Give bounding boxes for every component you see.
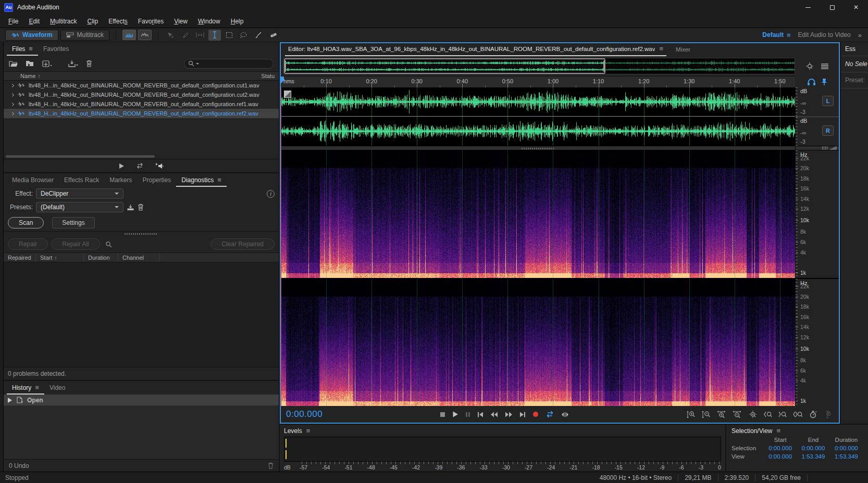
reset-zoom-button[interactable] xyxy=(809,411,817,418)
ruler-splitter[interactable] xyxy=(796,146,839,150)
file-row[interactable]: ltv48_H...in_48kHz_out_BINAURAL_ROOM_REV… xyxy=(4,109,279,118)
record-button[interactable] xyxy=(532,411,539,417)
gain-hud-icon[interactable] xyxy=(284,91,291,98)
playhead-line[interactable] xyxy=(281,87,281,406)
auto-play-button[interactable] xyxy=(155,162,164,169)
skip-selection-button[interactable] xyxy=(561,412,569,417)
repair-all-button[interactable]: Repair All xyxy=(51,238,100,250)
move-tool-button[interactable] xyxy=(165,30,177,41)
file-row[interactable]: ltv48_H...in_48kHz_out_BINAURAL_ROOM_REV… xyxy=(4,90,279,99)
info-icon-button[interactable]: i xyxy=(267,190,275,198)
razor-tool-button[interactable] xyxy=(179,30,192,41)
level-bars-icon[interactable] xyxy=(829,146,837,150)
tab-favorites[interactable]: Favorites xyxy=(38,43,74,56)
list-view-icon[interactable] xyxy=(821,63,829,70)
pin-icon[interactable] xyxy=(821,78,827,86)
overview-view-selection[interactable] xyxy=(284,58,605,74)
zoom-navigate-button[interactable] xyxy=(748,410,758,418)
minimize-button[interactable] xyxy=(796,0,820,15)
editor-canvas-area[interactable] xyxy=(281,87,795,406)
menu-effects[interactable]: Effects xyxy=(103,16,133,27)
settings-button[interactable]: Settings xyxy=(52,217,94,228)
levels-panel-menu-icon[interactable]: ≡ xyxy=(306,427,311,435)
essential-sound-tab[interactable]: Ess xyxy=(841,42,868,56)
tab-properties[interactable]: Properties xyxy=(138,174,177,187)
stop-button[interactable] xyxy=(440,412,445,417)
preview-play-button[interactable] xyxy=(119,163,125,169)
presets-dropdown[interactable]: (Default) xyxy=(36,202,123,212)
delete-preset-button[interactable] xyxy=(138,204,144,211)
effect-dropdown[interactable]: DeClipper xyxy=(36,188,123,199)
tab-editor[interactable]: Editor: ltv48_HOA3.wav_SBA_3OA_at_96_kbp… xyxy=(285,43,666,56)
workspace-menu-icon[interactable]: ≡ xyxy=(787,31,791,39)
current-time-display[interactable]: 0:00.000 xyxy=(286,409,323,420)
tab-mixer[interactable]: Mixer xyxy=(668,44,698,56)
zoom-out-vertical-button[interactable] xyxy=(702,411,711,418)
panel-splitter[interactable] xyxy=(4,231,279,236)
rewind-button[interactable] xyxy=(490,412,498,417)
tab-history[interactable]: History≡ xyxy=(7,381,44,395)
view-end-value[interactable]: 1:53.349 xyxy=(797,453,829,460)
menu-file[interactable]: File xyxy=(3,16,23,27)
maximize-button[interactable] xyxy=(820,0,844,15)
timeline-ruler[interactable]: hms 0:100:200:300:400:501:001:101:201:30… xyxy=(281,76,795,87)
name-column-header[interactable]: Name xyxy=(20,73,35,79)
slip-tool-button[interactable] xyxy=(194,30,206,41)
spectrogram-right-channel[interactable] xyxy=(281,279,795,406)
tab-files[interactable]: Files≡ xyxy=(7,42,38,56)
diagnostics-panel-menu-icon[interactable]: ≡ xyxy=(217,176,221,184)
zoom-in-at-playhead-button[interactable] xyxy=(823,411,832,418)
multitrack-mode-button[interactable]: Multitrack xyxy=(60,30,109,41)
menu-multitrack[interactable]: Multitrack xyxy=(45,16,82,27)
zoom-in-vertical-button[interactable] xyxy=(687,411,696,418)
new-item-button[interactable] xyxy=(42,60,53,67)
selection-start-value[interactable]: 0:00.000 xyxy=(764,445,797,451)
duration-column-header[interactable]: Duration xyxy=(84,253,118,262)
skip-to-start-button[interactable] xyxy=(477,412,483,417)
start-column-header[interactable]: Start↑ xyxy=(36,253,84,262)
waveform-left-channel[interactable] xyxy=(281,87,795,117)
waveform-mode-button[interactable]: Waveform xyxy=(5,30,58,41)
menu-edit[interactable]: Edit xyxy=(23,16,45,27)
menu-favorites[interactable]: Favorites xyxy=(133,16,169,27)
chevron-right-icon[interactable] xyxy=(10,83,14,87)
import-file-button[interactable] xyxy=(26,60,35,67)
tab-diagnostics[interactable]: Diagnostics≡ xyxy=(176,173,227,187)
zoom-navigate-icon[interactable] xyxy=(805,62,814,70)
close-button[interactable]: ✕ xyxy=(844,0,868,15)
selection-duration-value[interactable]: 0:00.000 xyxy=(830,445,863,451)
file-row[interactable]: ltv48_H...in_48kHz_out_BINAURAL_ROOM_REV… xyxy=(4,81,279,90)
zoom-to-selection-out-point-button[interactable] xyxy=(778,411,787,418)
clear-repaired-button[interactable]: Clear Repaired xyxy=(210,238,275,250)
view-start-value[interactable]: 0:00.000 xyxy=(764,453,797,460)
pause-button[interactable] xyxy=(465,412,470,417)
waveform-right-channel[interactable] xyxy=(281,117,795,146)
zoom-to-selection-in-point-button[interactable] xyxy=(764,411,772,418)
chevron-right-icon[interactable] xyxy=(10,93,14,96)
scrollbar-thumb[interactable] xyxy=(6,155,155,158)
levels-meter[interactable] xyxy=(284,437,721,462)
tab-effects-rack[interactable]: Effects Rack xyxy=(59,174,104,187)
workspace-default-button[interactable]: Default ≡ xyxy=(762,31,790,39)
paintbrush-tool-button[interactable] xyxy=(252,30,265,41)
selection-view-menu-icon[interactable]: ≡ xyxy=(777,427,781,435)
spectrogram-left-channel[interactable] xyxy=(281,150,795,279)
waveform-view-toggle[interactable] xyxy=(122,30,136,40)
scan-button[interactable]: Scan xyxy=(8,217,44,228)
search-icon[interactable] xyxy=(105,241,112,248)
fast-forward-button[interactable] xyxy=(505,412,513,417)
files-search-input[interactable] xyxy=(184,59,274,69)
headphones-icon[interactable] xyxy=(807,78,816,86)
menu-clip[interactable]: Clip xyxy=(82,16,104,27)
loop-playback-button[interactable] xyxy=(545,411,554,418)
workspace-hint-label[interactable]: Edit Audio to Video xyxy=(798,31,851,39)
splitter-handle-icon[interactable] xyxy=(822,146,827,150)
spot-healing-brush-tool-button[interactable] xyxy=(267,30,279,41)
time-selection-tool-button[interactable] xyxy=(208,30,221,41)
diagnostics-results-list[interactable] xyxy=(4,262,279,367)
left-channel-button[interactable]: L xyxy=(822,96,834,106)
file-row[interactable]: ltv48_H...in_48kHz_out_BINAURAL_ROOM_REV… xyxy=(4,99,279,109)
right-channel-button[interactable]: R xyxy=(822,125,834,136)
menu-window[interactable]: Window xyxy=(193,16,226,27)
play-button[interactable] xyxy=(452,411,458,417)
